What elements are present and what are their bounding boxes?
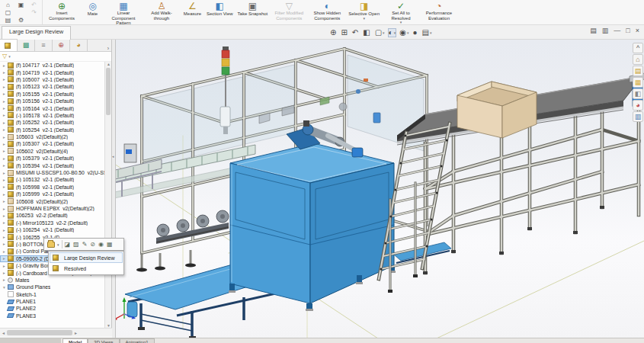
toolbar-button[interactable]: ⊕ Insert Components <box>43 0 81 24</box>
window-control-button[interactable]: — <box>614 27 620 34</box>
propertymanager-tab[interactable]: ▩ <box>18 40 35 51</box>
tree-row[interactable]: ▸ (f) 105999_v2-1 (Default) <box>0 191 105 197</box>
expand-arrow-icon[interactable]: ▸ <box>2 192 7 197</box>
displaymanager-tab[interactable]: ◕ <box>70 40 88 51</box>
task-pane-icon[interactable]: ▥ <box>633 111 643 122</box>
dimxpertmanager-tab[interactable]: ⊕ <box>53 40 70 51</box>
toolbar-button[interactable]: ∠ Measure <box>181 0 204 24</box>
context-toolbar-icon[interactable]: ◪ <box>65 241 71 248</box>
toolbar-button[interactable]: ◐ Show Hidden Components <box>308 0 346 24</box>
document-tab[interactable]: 3D Views <box>88 338 119 343</box>
quick-access-icon[interactable]: ↷ <box>31 9 37 16</box>
headsup-icon[interactable]: ⊕ <box>329 28 338 37</box>
expand-arrow-icon[interactable]: ▸ <box>2 106 7 111</box>
tree-row[interactable]: ▸ (f) 105394_v2-1 (Default) <box>0 162 105 168</box>
expand-arrow-icon[interactable]: ▸ <box>2 256 7 261</box>
expand-arrow-icon[interactable]: ▸ <box>2 127 7 132</box>
expand-arrow-icon[interactable]: ▸ <box>2 163 7 168</box>
expand-arrow-icon[interactable]: ▸ <box>2 199 7 204</box>
scroll-left-icon[interactable]: ◂ <box>0 330 7 335</box>
task-pane-icon[interactable]: ^ <box>633 43 643 53</box>
context-toolbar-icon[interactable]: ▨ <box>73 241 79 248</box>
expand-arrow-icon[interactable]: ▸ <box>2 235 7 239</box>
tree-row[interactable]: PLANE1 <box>0 298 105 305</box>
chevron-down-icon[interactable]: ▾ <box>57 242 59 247</box>
expand-arrow-icon[interactable]: ▸ <box>2 85 7 89</box>
document-tab[interactable]: Animation1 <box>120 338 155 343</box>
headsup-icon[interactable]: ● <box>412 28 418 37</box>
toolbar-button[interactable]: ✓ Set All to Resolved ▾ <box>382 0 420 24</box>
expand-arrow-icon[interactable]: ▸ <box>2 120 7 125</box>
tree-row[interactable]: ▸ (f) 105379_v2-1 (Default) <box>0 155 105 162</box>
menu-item[interactable]: Resolved <box>50 263 123 274</box>
expand-arrow-icon[interactable]: ▸ <box>2 220 7 225</box>
quick-access-icon[interactable]: ▤ <box>5 17 11 24</box>
headsup-icon[interactable]: ⊞ <box>340 28 348 37</box>
tree-row[interactable]: ▸ (-) 105178_v2-1 (Default) <box>0 112 105 119</box>
task-pane-icon[interactable]: ⌂ <box>633 54 643 65</box>
toolbar-button[interactable]: ◎ Mate <box>81 0 104 24</box>
expand-arrow-icon[interactable]: ▸ <box>2 178 7 182</box>
expand-arrow-icon[interactable]: ▸ <box>2 264 7 268</box>
scroll-right-icon[interactable]: ▸ <box>72 330 79 335</box>
tree-row[interactable]: ▸ (f) 105252_v2-1 (Default) <box>0 119 105 126</box>
quick-access-icon[interactable]: ▢ <box>5 9 11 16</box>
tree-row[interactable]: ▸ (-) 106254_v2-1 (Default) <box>0 226 105 233</box>
context-toolbar-icon[interactable]: ✎ <box>82 241 88 248</box>
document-tab[interactable]: Model <box>62 338 88 343</box>
tree-row[interactable]: PLANE2 <box>0 305 105 312</box>
expand-arrow-icon[interactable]: ▸ <box>2 207 7 211</box>
tree-row[interactable]: ▸ (f) 104717_v2-1 (Default) <box>0 62 105 69</box>
tab-large-design-review[interactable]: Large Design Review <box>2 26 71 40</box>
tree-row[interactable]: ▸ (f) 105254_v2-1 (Default) <box>0 127 105 133</box>
graphics-viewport[interactable] <box>116 40 644 338</box>
featuremanager-tab[interactable] <box>0 39 18 51</box>
expand-arrow-icon[interactable]: ▸ <box>2 184 7 189</box>
quick-access-icon[interactable]: ⚙ <box>18 17 24 24</box>
toolbar-button[interactable]: ▦ Linear Component Pattern ▾ <box>104 0 143 24</box>
expand-arrow-icon[interactable]: ▸ <box>2 135 7 139</box>
tree-row[interactable]: ▸ 106253_v2-2 (Default) <box>0 212 105 219</box>
headsup-icon[interactable]: ◉▾ <box>399 28 409 37</box>
tree-row[interactable]: ▸ MISUMI U-SSCSP1.00-B0.50_v2(U-SSCSP(30… <box>0 169 105 176</box>
quick-access-icon[interactable]: ⌂ <box>6 2 10 8</box>
expand-arrow-icon[interactable]: ▸ <box>2 228 7 232</box>
tree-row[interactable]: ▸ (f) 105307_v2-1 (Default) <box>0 140 105 147</box>
scroll-up-icon[interactable]: ▲ <box>105 62 112 66</box>
expand-arrow-icon[interactable]: ▸ <box>2 91 7 96</box>
tree-row[interactable]: PLANE3 <box>0 313 105 319</box>
context-toolbar-icon[interactable]: ▦ <box>107 241 113 248</box>
tree-row[interactable]: Sketch-1 <box>0 291 105 298</box>
tree-row[interactable]: ▸ 105602_v2(Default)(4) <box>0 148 105 155</box>
tree-row[interactable]: ▸ (-) Mirror105123_v2-2 (Default) <box>0 220 105 226</box>
toolbar-button[interactable]: ◔ Performance Evaluation <box>420 0 458 24</box>
window-control-button[interactable]: ▤ <box>590 27 597 34</box>
tree-row[interactable]: ▸ 105603_v2(Default)(2) <box>0 133 105 140</box>
headsup-icon[interactable]: ▤▾ <box>421 28 432 37</box>
configurationmanager-tab[interactable]: ≡ <box>35 40 53 51</box>
tree-row[interactable]: ▸ (f) 105156_v2-1 (Default) <box>0 98 105 104</box>
tree-row[interactable]: ▸ (f) 105998_v2-1 (Default) <box>0 184 105 191</box>
tree-row[interactable]: ▾ Ground Planes <box>0 284 105 290</box>
expand-arrow-icon[interactable]: ▾ <box>2 285 7 290</box>
filter-funnel-icon[interactable]: ▽ <box>2 53 7 59</box>
task-pane-icon[interactable]: ▦ <box>633 77 643 88</box>
window-control-button[interactable]: □ <box>626 27 630 34</box>
expand-arrow-icon[interactable]: ▸ <box>2 156 7 161</box>
scrollbar-thumb[interactable] <box>7 330 72 335</box>
quick-access-icon[interactable]: ▣ <box>18 2 24 8</box>
context-toolbar-icon[interactable]: ⊘ <box>90 241 95 248</box>
expand-arrow-icon[interactable]: ▸ <box>2 113 7 117</box>
task-pane-icon[interactable]: ◧ <box>633 88 643 99</box>
toolbar-button[interactable]: ▽ Filter Modified Components <box>270 0 308 24</box>
expand-arrow-icon[interactable]: ▸ <box>2 142 7 146</box>
tree-row[interactable]: ▸ (-) 105132_v2-1 (Default) <box>0 176 105 183</box>
task-pane-icon[interactable]: ▤ <box>633 66 643 76</box>
tree-row[interactable]: ▸ (f) 105164_v2-1 (Default) <box>0 104 105 111</box>
expand-arrow-icon[interactable]: ▸ <box>2 242 7 246</box>
tree-row[interactable]: ▸ (f) 105123_v2-1 (Default) <box>0 83 105 90</box>
expand-arrow-icon[interactable]: ▸ <box>2 70 7 75</box>
headsup-icon[interactable]: ↶ <box>351 28 360 37</box>
collapse-panel-icon[interactable]: ◂ <box>112 154 114 159</box>
tree-horizontal-scrollbar[interactable]: ◂ ▸ <box>0 328 112 336</box>
